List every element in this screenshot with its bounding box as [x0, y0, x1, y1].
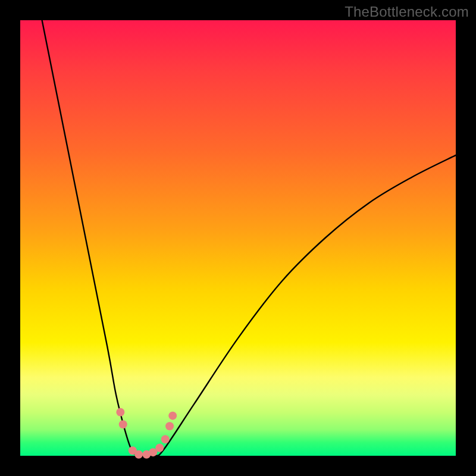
marker-dot: [119, 420, 127, 428]
marker-dot: [116, 408, 124, 416]
chart-frame: TheBottleneck.com: [0, 0, 476, 476]
marker-dot: [168, 412, 177, 420]
marker-dot: [165, 422, 174, 430]
plot-area: [20, 20, 456, 456]
bottleneck-curve: [42, 20, 456, 456]
marker-dot: [161, 435, 170, 443]
curve-layer: [20, 20, 456, 456]
marker-dot: [155, 444, 164, 452]
marker-dot: [134, 450, 143, 459]
watermark-text: TheBottleneck.com: [345, 4, 469, 20]
